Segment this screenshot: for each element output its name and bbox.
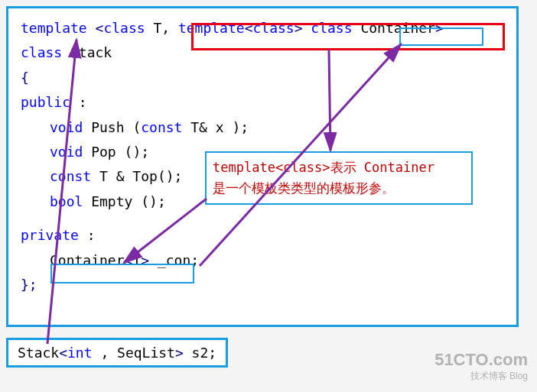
watermark: 51CTO.com 技术博客 Blog — [434, 350, 528, 383]
watermark-big: 51CTO.com — [434, 350, 528, 370]
callout-annotation: template<class>表示 Container 是一个模板类类型的模板形… — [205, 151, 473, 205]
code-line-11: }; — [21, 273, 504, 297]
code-line-4: public : — [21, 90, 504, 115]
usage-example-box: Stack<int , SeqList> s2; — [6, 338, 228, 368]
kw-template: template — [21, 20, 87, 36]
code-line-10: Container<T> _con; — [50, 248, 504, 273]
code-line-9: private : — [21, 223, 504, 248]
code-line-1: template <class T, template<class> class… — [21, 16, 504, 40]
code-line-3: { — [21, 66, 504, 90]
watermark-small: 技术博客 Blog — [434, 370, 528, 383]
callout-line-1: template<class>表示 Container — [213, 157, 465, 178]
code-line-5: void Push (const T& x ); — [50, 115, 504, 140]
code-line-2: class Stack — [21, 40, 504, 65]
callout-line-2: 是一个模板类类型的模板形参。 — [213, 178, 465, 199]
